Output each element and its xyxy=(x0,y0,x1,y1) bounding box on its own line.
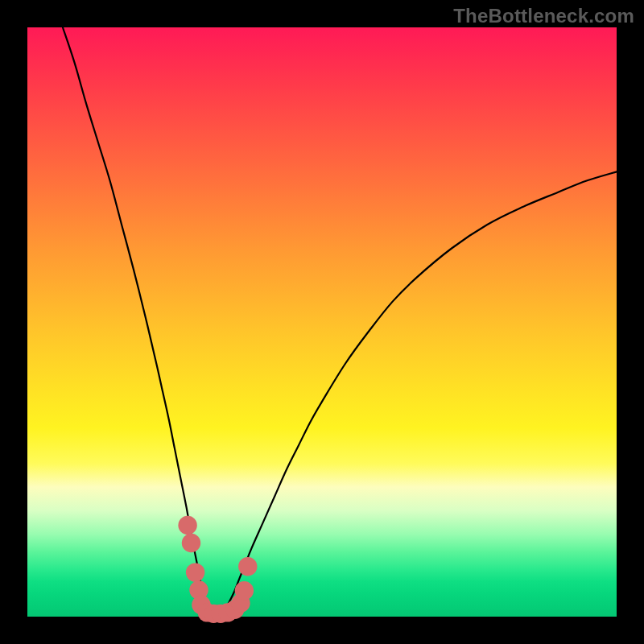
highlight-dot xyxy=(178,516,196,535)
highlight-dot xyxy=(182,534,200,552)
highlight-dot xyxy=(186,563,204,581)
chart-container: TheBottleneck.com xyxy=(0,0,644,644)
highlight-dot xyxy=(238,557,257,576)
plot-area xyxy=(27,27,617,617)
curve-layer xyxy=(27,27,617,617)
highlight-markers xyxy=(178,516,257,623)
watermark-text: TheBottleneck.com xyxy=(453,5,634,27)
highlight-dot xyxy=(235,581,254,600)
curve-right xyxy=(222,171,617,617)
